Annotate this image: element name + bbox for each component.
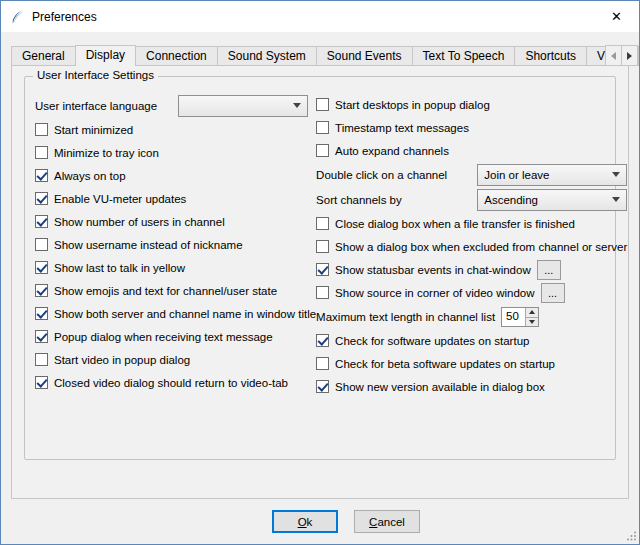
checkbox-start-desktops-popup[interactable]: Start desktops in popup dialog bbox=[316, 93, 627, 116]
checkbox-statusbar-events[interactable] bbox=[316, 263, 329, 276]
video-source-config-button[interactable]: ... bbox=[541, 283, 565, 303]
cancel-button[interactable]: Cancel bbox=[354, 510, 420, 533]
checkbox-box bbox=[35, 261, 48, 274]
tab-display[interactable]: Display bbox=[75, 45, 136, 66]
sort-channels-select[interactable]: Ascending bbox=[477, 189, 627, 211]
checkbox-box bbox=[35, 146, 48, 159]
checkbox-box bbox=[316, 380, 329, 393]
checkbox-box bbox=[316, 144, 329, 157]
tab-sound-events[interactable]: Sound Events bbox=[316, 46, 413, 66]
close-icon: ✕ bbox=[611, 9, 622, 24]
spin-up-button[interactable] bbox=[526, 308, 538, 317]
double-click-row: Double click on a channel Join or leave bbox=[316, 162, 627, 187]
max-text-length-label: Maximum text length in channel list bbox=[316, 311, 495, 323]
tab-connection[interactable]: Connection bbox=[135, 46, 218, 66]
checkbox-box bbox=[316, 334, 329, 347]
checkbox-timestamp-messages[interactable]: Timestamp text messages bbox=[316, 116, 627, 139]
group-title: User Interface Settings bbox=[33, 69, 158, 81]
checkbox-close-on-file-transfer[interactable]: Close dialog box when a file transfer is… bbox=[316, 212, 627, 235]
chevron-down-icon bbox=[293, 103, 301, 108]
tab-general[interactable]: General bbox=[11, 46, 76, 66]
checkbox-check-updates[interactable]: Check for software updates on startup bbox=[316, 329, 627, 352]
dialog-button-bar: Ok Cancel bbox=[1, 499, 639, 544]
language-select[interactable] bbox=[178, 95, 308, 117]
checkbox-box bbox=[316, 240, 329, 253]
max-text-length-spinbox[interactable]: 50 bbox=[501, 307, 539, 327]
display-tab-panel: User Interface Settings User interface l… bbox=[11, 65, 629, 499]
checkbox-box bbox=[35, 353, 48, 366]
checkbox-box bbox=[35, 123, 48, 136]
tab-text-to-speech[interactable]: Text To Speech bbox=[412, 46, 516, 66]
tab-scroll-left-button[interactable] bbox=[605, 45, 622, 66]
sort-channels-row: Sort channels by Ascending bbox=[316, 187, 627, 212]
right-settings-column: Start desktops in popup dialog Timestamp… bbox=[316, 93, 627, 398]
checkbox-video-return-to-tab[interactable]: Closed video dialog should return to vid… bbox=[35, 371, 316, 394]
checkbox-box bbox=[35, 284, 48, 297]
checkbox-box bbox=[35, 238, 48, 251]
triangle-down-icon bbox=[529, 320, 535, 324]
arrow-left-icon bbox=[611, 52, 616, 60]
checkbox-emojis-text-state[interactable]: Show emojis and text for channel/user st… bbox=[35, 279, 316, 302]
tab-scroll-buttons bbox=[605, 45, 638, 66]
left-settings-column: User interface language Start minimized … bbox=[35, 93, 316, 398]
checkbox-last-to-talk-yellow[interactable]: Show last to talk in yellow bbox=[35, 256, 316, 279]
checkbox-start-video-popup[interactable]: Start video in popup dialog bbox=[35, 348, 316, 371]
max-text-length-row: Maximum text length in channel list 50 bbox=[316, 304, 627, 329]
checkbox-start-minimized[interactable]: Start minimized bbox=[35, 118, 316, 141]
checkbox-always-on-top[interactable]: Always on top bbox=[35, 164, 316, 187]
statusbar-events-row: Show statusbar events in chat-window ... bbox=[316, 258, 627, 281]
chevron-down-icon bbox=[612, 172, 620, 177]
checkbox-minimize-to-tray[interactable]: Minimize to tray icon bbox=[35, 141, 316, 164]
checkbox-box bbox=[316, 121, 329, 134]
checkbox-video-source-corner[interactable] bbox=[316, 286, 329, 299]
spin-down-button[interactable] bbox=[526, 317, 538, 326]
checkbox-auto-expand-channels[interactable]: Auto expand channels bbox=[316, 139, 627, 162]
checkbox-server-channel-in-title[interactable]: Show both server and channel name in win… bbox=[35, 302, 316, 325]
double-click-label: Double click on a channel bbox=[316, 169, 447, 181]
checkbox-show-user-count[interactable]: Show number of users in channel bbox=[35, 210, 316, 233]
double-click-channel-select[interactable]: Join or leave bbox=[477, 164, 627, 186]
checkbox-box bbox=[35, 215, 48, 228]
checkbox-dialog-when-excluded[interactable]: Show a dialog box when excluded from cha… bbox=[316, 235, 627, 258]
checkbox-box bbox=[316, 357, 329, 370]
checkbox-username-instead-nickname[interactable]: Show username instead of nickname bbox=[35, 233, 316, 256]
triangle-up-icon bbox=[529, 310, 535, 314]
tab-bar: General Display Connection Sound System … bbox=[1, 32, 639, 66]
user-interface-settings-group: User Interface Settings User interface l… bbox=[24, 76, 616, 460]
checkbox-popup-on-text-message[interactable]: Popup dialog when receiving text message bbox=[35, 325, 316, 348]
checkbox-box bbox=[316, 217, 329, 230]
statusbar-events-config-button[interactable]: ... bbox=[537, 260, 561, 280]
tab-shortcuts[interactable]: Shortcuts bbox=[514, 46, 587, 66]
checkbox-box bbox=[35, 192, 48, 205]
checkbox-box bbox=[35, 307, 48, 320]
tab-scroll-right-button[interactable] bbox=[621, 45, 638, 66]
video-source-row: Show source in corner of video window ..… bbox=[316, 281, 627, 304]
app-logo-icon bbox=[9, 9, 25, 25]
chevron-down-icon bbox=[612, 197, 620, 202]
checkbox-box bbox=[35, 376, 48, 389]
arrow-right-icon bbox=[627, 52, 632, 60]
checkbox-vu-meter-updates[interactable]: Enable VU-meter updates bbox=[35, 187, 316, 210]
checkbox-check-beta-updates[interactable]: Check for beta software updates on start… bbox=[316, 352, 627, 375]
ok-button[interactable]: Ok bbox=[272, 510, 338, 533]
checkbox-show-new-version-dialog[interactable]: Show new version available in dialog box bbox=[316, 375, 627, 398]
titlebar: Preferences ✕ bbox=[1, 1, 639, 32]
close-button[interactable]: ✕ bbox=[594, 1, 639, 32]
checkbox-box bbox=[35, 169, 48, 182]
language-row: User interface language bbox=[35, 93, 316, 118]
sort-channels-label: Sort channels by bbox=[316, 194, 402, 206]
resize-grip[interactable] bbox=[625, 530, 637, 542]
language-label: User interface language bbox=[35, 100, 178, 112]
tab-sound-system[interactable]: Sound System bbox=[217, 46, 317, 66]
checkbox-box bbox=[316, 98, 329, 111]
window-title: Preferences bbox=[32, 10, 97, 24]
checkbox-box bbox=[35, 330, 48, 343]
preferences-window: Preferences ✕ General Display Connection… bbox=[0, 0, 640, 545]
